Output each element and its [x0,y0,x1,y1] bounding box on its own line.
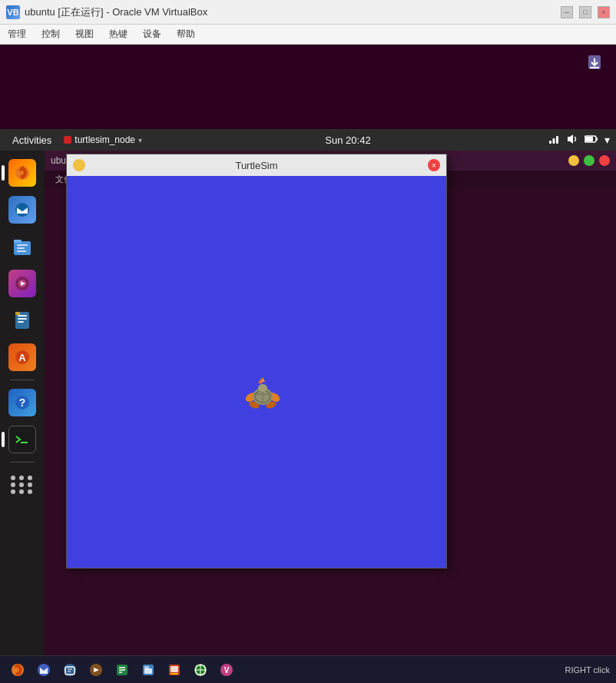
taskbar-right-text: RIGHT click [565,665,610,675]
ubuntu-guest: Activities turtlesim_node ▾ Sun 20:42 [0,129,616,683]
vbox-icon: VB [6,5,20,19]
svg-rect-15 [17,247,25,249]
svg-point-39 [258,384,267,392]
svg-rect-60 [171,673,178,675]
svg-rect-13 [14,240,22,243]
vbox-notify-area [0,45,616,129]
svg-rect-29 [13,430,31,449]
desktop-background: ubuntu@ubuntu: ~ 文件 编辑 查看 搜索 终端 帮助 [45,151,616,655]
svg-text:?: ? [18,396,25,409]
taskbar-right: RIGHT click [565,665,610,675]
dock-separator [10,380,35,380]
app-indicator-label: turtlesim_node [75,134,135,145]
virtualbox-window: VB ubuntu [正在运行] - Oracle VM VirtualBox … [0,0,616,683]
panel-network-icon[interactable] [548,133,560,148]
dock-separator-2 [10,462,35,463]
turtle-svg [243,376,282,414]
dock-item-writer[interactable] [6,304,38,337]
panel-settings-icon[interactable]: ▾ [604,134,610,146]
vbox-close-button[interactable]: × [598,6,610,18]
taskbar-item-8[interactable] [189,659,212,681]
vbox-menu-hotkey[interactable]: 热键 [106,26,131,42]
panel-clock[interactable]: Sun 20:42 [148,134,548,146]
taskbar-item-7[interactable] [163,659,186,681]
turtlesim-controls [73,159,85,171]
dock-item-help[interactable]: ? [6,386,38,419]
vbox-menu-help[interactable]: 帮助 [174,26,198,42]
panel-sound-icon[interactable] [566,133,578,148]
vbox-menu-control[interactable]: 控制 [38,26,63,42]
svg-rect-56 [144,668,152,674]
panel-right-area: ▾ [548,133,610,148]
dock-item-firefox[interactable] [6,157,38,189]
ubuntu-taskbar: V RIGHT click [0,655,616,683]
turtlesim-canvas [67,176,446,568]
svg-rect-16 [17,250,26,252]
vbox-maximize-button[interactable]: □ [579,6,591,18]
taskbar-item-5[interactable] [111,659,134,681]
terminal-close-button[interactable] [599,155,610,166]
vbox-menubar: 管理 控制 视图 热键 设备 帮助 [0,25,616,45]
vbox-menu-devices[interactable]: 设备 [140,26,164,42]
turtlesim-title: TurtleSim [85,160,428,171]
terminal-maximize-button[interactable] [584,155,594,166]
ubuntu-activities-button[interactable]: Activities [6,134,58,146]
app-indicator[interactable]: turtlesim_node ▾ [58,134,148,145]
vbox-win-controls: ─ □ × [561,6,610,18]
turtlesim-close-button[interactable] [428,159,440,171]
terminal-win-controls [568,155,610,166]
terminal-area: A ? [0,151,616,655]
svg-rect-9 [596,138,598,141]
taskbar-item-9[interactable]: V [215,659,238,681]
taskbar-item-3[interactable] [58,659,81,681]
turtlesim-titlebar: TurtleSim [67,154,446,176]
svg-rect-57 [144,666,149,669]
svg-marker-6 [568,134,573,144]
turtlesim-window: TurtleSim [66,154,447,569]
svg-point-43 [38,664,50,676]
dock-item-appgrid[interactable] [6,469,38,501]
vbox-menu-view[interactable]: 视图 [72,26,97,42]
vbox-titlebar: VB ubuntu [正在运行] - Oracle VM VirtualBox … [0,0,616,25]
app-indicator-dot [64,136,71,144]
svg-rect-3 [549,141,551,144]
svg-rect-23 [18,318,27,320]
taskbar-item-2[interactable] [32,659,55,681]
app-grid-icon [11,476,34,494]
vbox-minimize-button[interactable]: ─ [561,6,573,18]
svg-rect-22 [18,315,27,317]
svg-text:A: A [18,352,26,363]
terminal-minimize-button[interactable] [568,155,579,166]
svg-rect-8 [585,137,593,141]
svg-rect-59 [171,666,178,672]
notification-icon[interactable] [584,52,605,74]
panel-battery-icon[interactable] [585,134,598,146]
app-indicator-chevron: ▾ [138,136,142,144]
ubuntu-dock: A ? [0,151,45,655]
ubuntu-top-panel: Activities turtlesim_node ▾ Sun 20:42 [0,129,616,151]
svg-rect-4 [553,138,555,144]
vbox-title: ubuntu [正在运行] - Oracle VM VirtualBox [25,5,561,19]
turtlesim-minimize-button[interactable] [73,159,85,171]
dock-item-files[interactable] [6,230,38,263]
dock-item-rhythmbox[interactable] [6,267,38,300]
svg-rect-2 [590,67,599,68]
svg-rect-14 [17,244,28,246]
turtle-sprite [243,376,274,406]
dock-item-thunderbird[interactable] [6,194,38,226]
taskbar-item-6[interactable] [137,659,160,681]
dock-item-terminal[interactable] [6,423,38,456]
svg-rect-5 [556,136,558,144]
dock-item-appstore[interactable]: A [6,341,38,373]
svg-rect-24 [18,321,24,323]
svg-text:V: V [224,666,230,675]
taskbar-item-firefox[interactable] [6,659,29,681]
taskbar-item-4[interactable] [84,659,108,681]
vbox-menu-manage[interactable]: 管理 [5,26,29,42]
